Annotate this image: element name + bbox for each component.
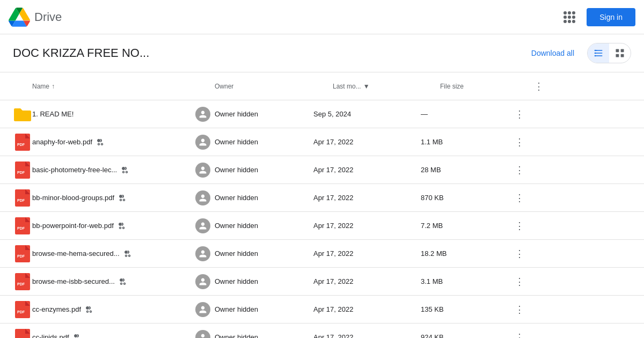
owner-cell: Owner hidden: [195, 274, 313, 289]
owner-column-label: Owner: [215, 83, 333, 90]
table-row[interactable]: PDF cc-lipids.pdf Owner hiddenApr 17, 20…: [0, 324, 644, 338]
shared-icon: [123, 250, 133, 258]
owner-name: Owner hidden: [215, 305, 258, 313]
more-options-cell: ⋮: [507, 161, 528, 179]
svg-rect-17: [15, 273, 30, 290]
table-row[interactable]: PDF bb-minor-blood-groups.pdf Owner hidd…: [0, 184, 644, 212]
svg-point-1: [595, 53, 596, 54]
file-name-cell: browse-me-isbb-secured...: [32, 277, 195, 285]
more-options-button[interactable]: ⋮: [511, 106, 528, 123]
svg-rect-3: [616, 49, 619, 53]
svg-rect-11: [15, 189, 30, 207]
list-view-button[interactable]: [588, 43, 609, 63]
owner-avatar: [195, 107, 210, 122]
file-name-cell: cc-lipids.pdf: [32, 333, 195, 338]
folder-title: DOC KRIZZA FREE NO...: [13, 46, 149, 60]
more-options-cell: ⋮: [507, 245, 528, 262]
svg-text:PDF: PDF: [17, 199, 25, 202]
logo-text: Drive: [34, 10, 62, 24]
owner-cell: Owner hidden: [195, 107, 313, 122]
owner-avatar: [195, 218, 210, 233]
toolbar-right: Download all: [525, 43, 631, 63]
file-size: 7.2 MB: [421, 222, 507, 230]
table-row[interactable]: PDF browse-me-hema-secured... Owner hidd…: [0, 240, 644, 268]
table-row[interactable]: 1. READ ME! Owner hiddenSep 5, 2024—⋮: [0, 100, 644, 128]
owner-cell: Owner hidden: [195, 330, 313, 339]
more-options-cell: ⋮: [507, 301, 528, 318]
col-header-more[interactable]: ⋮: [526, 78, 547, 95]
svg-text:PDF: PDF: [17, 143, 25, 146]
shared-icon: [120, 166, 130, 174]
owner-cell: Owner hidden: [195, 190, 313, 205]
file-name-cell: bb-minor-blood-groups.pdf: [32, 194, 195, 202]
file-name-text: browse-me-isbb-secured...: [32, 277, 115, 285]
file-name-cell: bb-powerpoint-for-web.pdf: [32, 222, 195, 230]
sign-in-button[interactable]: Sign in: [587, 8, 635, 26]
more-options-button[interactable]: ⋮: [511, 189, 528, 207]
more-options-button[interactable]: ⋮: [511, 329, 528, 339]
table-row[interactable]: PDF cc-enzymes.pdf Owner hiddenApr 17, 2…: [0, 296, 644, 324]
file-type-icon: PDF: [13, 161, 32, 179]
file-name-cell: browse-me-hema-secured...: [32, 249, 195, 258]
svg-point-0: [595, 50, 596, 52]
table-header: Name ↑ Owner Last mo... ▼ File size ⋮: [0, 72, 644, 100]
svg-rect-19: [15, 301, 30, 318]
file-name-text: bb-powerpoint-for-web.pdf: [32, 222, 114, 230]
list-view-icon: [593, 48, 604, 58]
svg-rect-9: [15, 161, 30, 179]
owner-cell: Owner hidden: [195, 135, 313, 150]
svg-rect-5: [616, 54, 619, 57]
owner-cell: Owner hidden: [195, 302, 313, 317]
file-size: 28 MB: [421, 166, 507, 174]
file-name-text: 1. READ ME!: [32, 110, 74, 118]
svg-rect-4: [621, 49, 624, 53]
modified-date: Sep 5, 2024: [313, 110, 421, 118]
download-all-button[interactable]: Download all: [525, 45, 581, 62]
svg-point-2: [595, 55, 596, 57]
more-options-cell: ⋮: [507, 273, 528, 290]
col-header-name[interactable]: Name ↑: [32, 83, 215, 90]
owner-name: Owner hidden: [215, 138, 258, 146]
svg-text:PDF: PDF: [17, 254, 25, 258]
table-row[interactable]: PDF browse-me-isbb-secured... Owner hidd…: [0, 268, 644, 296]
modified-date: Apr 17, 2022: [313, 249, 421, 258]
col-header-modified[interactable]: Last mo... ▼: [333, 83, 440, 90]
modified-date: Apr 17, 2022: [313, 166, 421, 174]
more-options-button[interactable]: ⋮: [511, 161, 528, 179]
file-type-icon: PDF: [13, 134, 32, 151]
table-row[interactable]: PDF basic-photometry-free-lec... Owner h…: [0, 156, 644, 184]
col-header-owner[interactable]: Owner: [215, 83, 333, 90]
more-options-button[interactable]: ⋮: [511, 273, 528, 290]
more-options-button[interactable]: ⋮: [511, 134, 528, 151]
modified-date: Apr 17, 2022: [313, 138, 421, 146]
table-row[interactable]: PDF anaphy-for-web.pdf Owner hiddenApr 1…: [0, 128, 644, 156]
col-header-size[interactable]: File size: [440, 83, 526, 90]
more-options-button[interactable]: ⋮: [511, 217, 528, 234]
file-size: 135 KB: [421, 305, 507, 313]
more-options-cell: ⋮: [507, 189, 528, 207]
file-size: 18.2 MB: [421, 249, 507, 258]
apps-button[interactable]: [559, 6, 580, 28]
svg-rect-6: [621, 54, 624, 57]
owner-name: Owner hidden: [215, 166, 258, 174]
shared-icon: [96, 138, 105, 146]
table-row[interactable]: PDF bb-powerpoint-for-web.pdf Owner hidd…: [0, 212, 644, 240]
header-more-icon[interactable]: ⋮: [530, 78, 547, 95]
file-size: 1.1 MB: [421, 138, 507, 146]
file-name-cell: anaphy-for-web.pdf: [32, 138, 195, 146]
more-options-button[interactable]: ⋮: [511, 245, 528, 262]
modified-date: Apr 17, 2022: [313, 277, 421, 285]
owner-cell: Owner hidden: [195, 246, 313, 261]
owner-name: Owner hidden: [215, 249, 258, 258]
file-type-icon: PDF: [13, 301, 32, 318]
more-options-button[interactable]: ⋮: [511, 301, 528, 318]
grid-view-button[interactable]: [609, 43, 631, 63]
shared-icon: [117, 222, 127, 230]
more-options-cell: ⋮: [507, 134, 528, 151]
size-column-label: File size: [440, 83, 526, 90]
shared-icon: [118, 278, 128, 285]
file-name-text: cc-lipids.pdf: [32, 333, 69, 338]
name-sort-icon: ↑: [52, 83, 55, 90]
file-type-icon: PDF: [13, 273, 32, 290]
file-size: 870 KB: [421, 194, 507, 202]
